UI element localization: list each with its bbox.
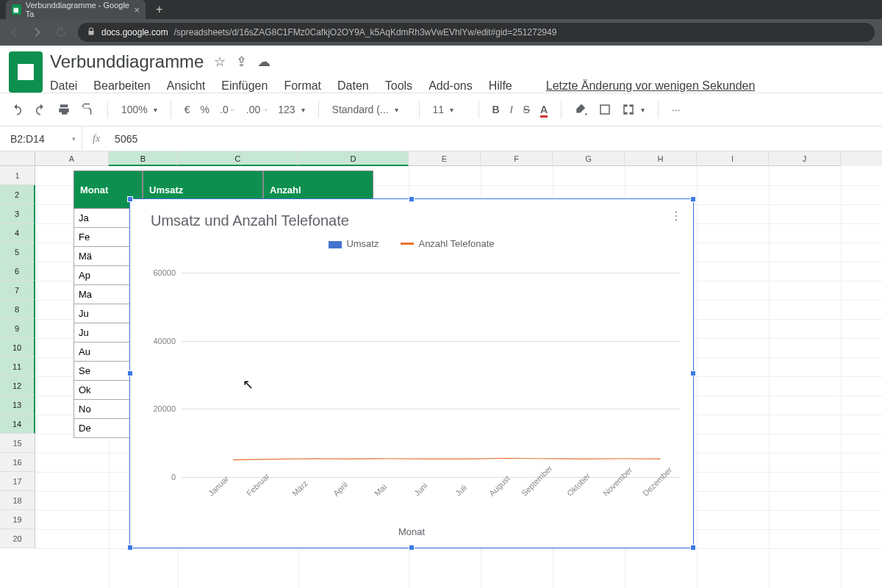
doc-title[interactable]: Verbunddiagramme — [50, 51, 204, 72]
col-header-A[interactable]: A — [35, 151, 109, 166]
format-percent-button[interactable]: % — [201, 104, 209, 115]
row-header-6[interactable]: 6 — [0, 262, 35, 281]
col-header-E[interactable]: E — [409, 151, 481, 166]
browser-tab[interactable]: ▦ Verbunddiagramme - Google Ta × — [6, 0, 146, 19]
reload-button[interactable] — [54, 26, 68, 39]
row-header-5[interactable]: 5 — [0, 243, 35, 262]
row-header-17[interactable]: 17 — [0, 472, 35, 491]
close-tab-icon[interactable]: × — [134, 4, 140, 15]
col-header-B[interactable]: B — [109, 151, 178, 166]
menu-bar: Datei Bearbeiten Ansicht Einfügen Format… — [50, 75, 873, 93]
name-box[interactable]: B2:D14 — [0, 126, 82, 151]
move-icon[interactable]: ⇪ — [236, 54, 247, 70]
menu-ansicht[interactable]: Ansicht — [167, 79, 205, 93]
row-header-15[interactable]: 15 — [0, 434, 35, 453]
formula-bar: B2:D14 fx 5065 — [0, 126, 882, 151]
col-header-H[interactable]: H — [625, 151, 697, 166]
resize-handle-ne[interactable] — [690, 196, 696, 202]
new-tab-button[interactable]: + — [156, 3, 162, 16]
doc-header: Verbunddiagramme ☆ ⇪ ☁ Datei Bearbeiten … — [0, 46, 882, 93]
merge-button[interactable] — [622, 103, 645, 116]
borders-button[interactable] — [598, 103, 612, 116]
col-header-I[interactable]: I — [697, 151, 769, 166]
back-button[interactable] — [7, 26, 21, 39]
resize-handle-s[interactable] — [409, 545, 415, 551]
format-123-button[interactable]: 123 — [278, 104, 304, 115]
row-header-16[interactable]: 16 — [0, 453, 35, 472]
row-header-2[interactable]: 2 — [0, 185, 35, 204]
menu-datei[interactable]: Datei — [50, 79, 77, 93]
select-all-corner[interactable] — [0, 151, 35, 166]
sheets-logo-icon[interactable] — [9, 51, 43, 93]
row-header-12[interactable]: 12 — [0, 376, 35, 395]
resize-handle-sw[interactable] — [127, 545, 133, 551]
star-icon[interactable]: ☆ — [214, 54, 226, 70]
bold-button[interactable]: B — [492, 104, 500, 115]
row-header-13[interactable]: 13 — [0, 395, 35, 415]
row-header-19[interactable]: 19 — [0, 510, 35, 529]
menu-tools[interactable]: Tools — [385, 79, 412, 93]
fx-icon: fx — [82, 133, 110, 145]
italic-button[interactable]: I — [510, 104, 513, 115]
col-header-J[interactable]: J — [769, 151, 841, 166]
increase-decimal-button[interactable]: .00→ — [246, 104, 268, 115]
row-header-3[interactable]: 3 — [0, 204, 35, 223]
row-header-9[interactable]: 9 — [0, 319, 35, 338]
url-path: /spreadsheets/d/16sZAG8C1FMz0CafkjO2OY9A… — [174, 27, 557, 37]
address-bar[interactable]: docs.google.com/spreadsheets/d/16sZAG8C1… — [78, 23, 875, 42]
toolbar: 100% € % .0← .00→ 123 Standard (... 11 B… — [0, 93, 882, 126]
browser-nav-bar: docs.google.com/spreadsheets/d/16sZAG8C1… — [0, 19, 882, 46]
forward-button[interactable] — [31, 26, 44, 39]
formula-input[interactable]: 5065 — [110, 133, 137, 145]
menu-format[interactable]: Format — [284, 79, 321, 93]
row-header-20[interactable]: 20 — [0, 529, 35, 548]
row-header-18[interactable]: 18 — [0, 491, 35, 510]
spreadsheet-grid[interactable]: ABCDEFGHIJ 12345678910111213141516171819… — [0, 151, 882, 588]
decrease-decimal-button[interactable]: .0← — [220, 104, 236, 115]
menu-einfuegen[interactable]: Einfügen — [221, 79, 268, 93]
col-header-G[interactable]: G — [553, 151, 625, 166]
resize-handle-e[interactable] — [690, 370, 696, 376]
menu-addons[interactable]: Add-ons — [429, 79, 473, 93]
menu-bearbeiten[interactable]: Bearbeiten — [93, 79, 150, 93]
fill-color-button[interactable] — [575, 103, 588, 116]
column-headers: ABCDEFGHIJ — [35, 151, 882, 166]
menu-hilfe[interactable]: Hilfe — [489, 79, 512, 93]
undo-button[interactable] — [10, 103, 24, 116]
col-header-F[interactable]: F — [481, 151, 553, 166]
row-header-4[interactable]: 4 — [0, 223, 35, 243]
menu-daten[interactable]: Daten — [337, 79, 369, 93]
text-color-button[interactable]: A — [540, 104, 548, 115]
row-header-14[interactable]: 14 — [0, 415, 35, 434]
lock-icon — [87, 27, 96, 38]
cloud-icon[interactable]: ☁ — [257, 54, 270, 70]
more-toolbar-button[interactable]: ··· — [672, 104, 681, 115]
url-host: docs.google.com — [101, 27, 168, 37]
row-header-8[interactable]: 8 — [0, 300, 35, 319]
strikethrough-button[interactable]: S — [523, 104, 530, 115]
row-header-11[interactable]: 11 — [0, 357, 35, 376]
col-header-D[interactable]: D — [298, 151, 409, 166]
row-headers: 1234567891011121314151617181920 — [0, 166, 35, 548]
row-header-10[interactable]: 10 — [0, 338, 35, 357]
font-family-select[interactable]: Standard (... — [332, 104, 406, 115]
resize-handle-n[interactable] — [409, 196, 415, 202]
redo-button[interactable] — [34, 103, 47, 116]
print-button[interactable] — [57, 103, 71, 116]
resize-handle-w[interactable] — [127, 370, 133, 376]
chart-selection-outline — [129, 198, 694, 548]
resize-handle-nw[interactable] — [127, 196, 133, 202]
format-currency-button[interactable]: € — [184, 104, 190, 115]
last-edit-link[interactable]: Letzte Änderung vor wenigen Sekunden — [546, 79, 756, 93]
col-header-C[interactable]: C — [178, 151, 298, 166]
browser-tab-strip: ▦ Verbunddiagramme - Google Ta × + — [0, 0, 882, 19]
paint-format-button[interactable] — [81, 103, 94, 116]
font-size-select[interactable]: 11 — [433, 104, 465, 115]
row-header-1[interactable]: 1 — [0, 166, 35, 185]
row-header-7[interactable]: 7 — [0, 281, 35, 300]
tab-title: Verbunddiagramme - Google Ta — [26, 1, 130, 18]
zoom-select[interactable]: 100% — [121, 104, 157, 115]
resize-handle-se[interactable] — [690, 545, 696, 551]
sheets-favicon: ▦ — [12, 4, 21, 15]
